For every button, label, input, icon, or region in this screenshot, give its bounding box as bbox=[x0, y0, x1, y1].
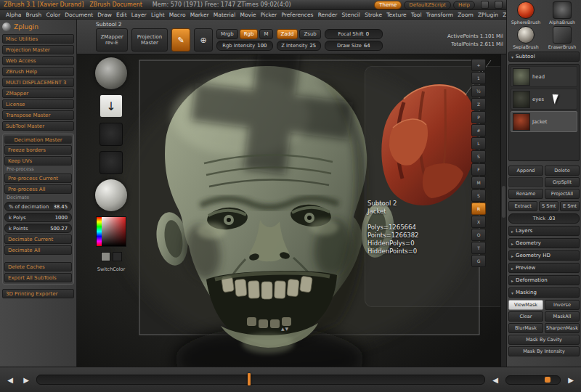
masking-button[interactable]: BlurMask bbox=[508, 323, 543, 333]
rgb-intensity-slider[interactable]: Rgb Intensity 100 bbox=[216, 41, 273, 51]
zplugin-item-button[interactable]: MULTI DISPLACEMENT 3 bbox=[2, 78, 74, 87]
subtool-list-item[interactable]: Jacket bbox=[511, 111, 577, 132]
sculpt-canvas[interactable]: ↓ SwitchColor +1½ZP#LSFMSRXOTG Subtool 2… bbox=[77, 54, 506, 367]
m-button[interactable]: M bbox=[259, 29, 272, 39]
zmapper-button[interactable]: ZMapper rev-E bbox=[96, 28, 128, 52]
subtool-action-button[interactable] bbox=[508, 177, 543, 187]
scroll-right-button[interactable]: ▶ bbox=[565, 374, 577, 385]
masking-button[interactable]: SharpenMask bbox=[545, 323, 580, 333]
menu-item[interactable]: Macro bbox=[167, 12, 188, 18]
saturation-value-box[interactable] bbox=[102, 217, 126, 246]
tool-section-header[interactable]: ▸ Deformation bbox=[508, 275, 580, 285]
zplugin-item-button[interactable]: License bbox=[2, 99, 74, 109]
draw-size-slider[interactable]: Draw Size 64 bbox=[325, 41, 383, 51]
masking-button[interactable]: Inverse bbox=[545, 300, 580, 310]
zplugin-item-button[interactable]: Misc Utilities bbox=[2, 34, 74, 44]
e-smt-button[interactable]: E Smt bbox=[560, 201, 580, 211]
canvas-control-icon[interactable]: R bbox=[471, 203, 486, 215]
menu-item[interactable]: Picker bbox=[259, 12, 280, 18]
menu-item[interactable]: Material bbox=[211, 12, 238, 18]
zoom-slider[interactable] bbox=[505, 375, 561, 385]
zplugin-item-button[interactable]: Projection Master bbox=[2, 45, 74, 54]
decimation-misc-button[interactable]: Delete Caches bbox=[4, 262, 72, 271]
zplugin-item-button[interactable]: ZMapper bbox=[2, 89, 74, 98]
subtool-action-button[interactable]: Append bbox=[508, 166, 543, 176]
zplugin-item-button[interactable]: SubTool Master bbox=[2, 121, 74, 131]
decimation-master-header[interactable]: Decimation Master bbox=[4, 136, 72, 144]
canvas-control-icon[interactable]: ½ bbox=[471, 85, 486, 97]
projection-master-button[interactable]: Projection Master bbox=[131, 28, 168, 52]
tool-section-header[interactable]: ▸ Layers bbox=[508, 226, 580, 236]
menu-item[interactable]: Color bbox=[44, 12, 62, 18]
masking-button[interactable]: MaskAll bbox=[545, 311, 580, 322]
brush-thumbnail-icon[interactable] bbox=[517, 1, 535, 19]
zplugin-item-button[interactable]: Web Access bbox=[2, 56, 74, 65]
texture-selector-thumbnail[interactable] bbox=[99, 151, 123, 174]
canvas-scrollbar-handle[interactable] bbox=[502, 186, 505, 218]
rgb-button[interactable]: Rgb bbox=[240, 29, 259, 39]
brush-cell[interactable]: SphereBrush bbox=[508, 1, 543, 25]
subtool-action-button[interactable]: ProjectAll bbox=[545, 189, 580, 199]
canvas-control-icon[interactable]: S bbox=[471, 150, 486, 163]
zadd-button[interactable]: Zadd bbox=[277, 29, 298, 39]
canvas-control-icon[interactable]: Z bbox=[471, 98, 486, 110]
menu-item[interactable]: Brush bbox=[24, 12, 44, 18]
brush-thumbnail-icon[interactable] bbox=[553, 26, 572, 44]
zoom-slider-handle[interactable] bbox=[545, 377, 550, 383]
switch-color-label[interactable]: SwitchColor bbox=[97, 266, 125, 272]
titlebar-button[interactable]: Theme bbox=[374, 1, 402, 9]
menu-item[interactable]: Marker bbox=[188, 12, 211, 18]
canvas-control-icon[interactable]: X bbox=[471, 216, 486, 228]
s-smt-button[interactable]: S Smt bbox=[539, 201, 558, 211]
minimize-icon[interactable] bbox=[481, 1, 489, 9]
tool-section-header[interactable]: ▸ Geometry HD bbox=[508, 250, 580, 261]
color-picker[interactable] bbox=[96, 216, 126, 247]
menu-item[interactable]: Document bbox=[62, 12, 95, 18]
menu-item[interactable]: Texture bbox=[384, 12, 409, 18]
menu-item[interactable]: Light bbox=[149, 12, 167, 18]
main-color-swatch[interactable] bbox=[101, 252, 110, 261]
canvas-control-icon[interactable]: S bbox=[471, 189, 486, 202]
masking-section-header[interactable]: ▾ Masking bbox=[508, 287, 580, 298]
focal-shift-slider[interactable]: Focal Shift 0 bbox=[325, 29, 383, 39]
extract-button[interactable]: Extract bbox=[508, 201, 537, 211]
masking-button[interactable]: ViewMask bbox=[508, 300, 543, 310]
canvas-control-icon[interactable]: + bbox=[471, 59, 486, 71]
masking-button[interactable]: Mask By Intensity bbox=[508, 346, 580, 356]
canvas-scrollbar[interactable] bbox=[500, 54, 506, 367]
zplugin-item-button[interactable]: ZBrush Help bbox=[2, 67, 74, 76]
decimation-toggle-button[interactable]: Freeze borders bbox=[4, 145, 72, 155]
z-intensity-slider[interactable]: Z Intensity 25 bbox=[277, 41, 321, 51]
play-forward-button[interactable]: ▶ bbox=[20, 374, 32, 385]
alt-color-swatch[interactable] bbox=[113, 252, 122, 261]
subtool-section-header[interactable]: ▾ Subtool bbox=[508, 52, 580, 62]
decimation-toggle-button[interactable]: Keep UVs bbox=[4, 156, 72, 166]
masking-button[interactable]: Mask By Cavity bbox=[508, 335, 580, 345]
menu-item[interactable]: Tool bbox=[409, 12, 424, 18]
canvas-control-icon[interactable]: G bbox=[471, 255, 486, 267]
menu-item[interactable]: Preferences bbox=[279, 12, 315, 18]
subtool-action-button[interactable]: Rename bbox=[508, 189, 543, 199]
titlebar-button[interactable]: DefaultZScript bbox=[404, 1, 451, 9]
zplugin-item-button[interactable]: Transpose Master bbox=[2, 110, 74, 120]
canvas-control-icon[interactable]: P bbox=[471, 111, 486, 123]
decimation-misc-button[interactable]: Export All SubTools bbox=[4, 273, 72, 282]
hue-bar[interactable] bbox=[97, 217, 102, 246]
menu-item[interactable]: ZPlugin bbox=[476, 12, 500, 18]
subtool-action-button[interactable]: Delete bbox=[545, 166, 580, 176]
decimate-button[interactable]: Decimate All bbox=[4, 245, 72, 255]
stroke-selector-icon[interactable]: ↓ bbox=[99, 94, 123, 118]
menu-item[interactable]: Alpha bbox=[4, 12, 24, 18]
thick-slider[interactable]: Thick .03 bbox=[508, 213, 580, 224]
decimate-button[interactable]: Decimate Current bbox=[4, 234, 72, 244]
canvas-control-icon[interactable]: 1 bbox=[471, 72, 486, 84]
decimation-slider[interactable]: k Points500.27 bbox=[4, 224, 72, 233]
play-back-button[interactable]: ◀ bbox=[4, 374, 16, 385]
menu-item[interactable]: Zoom bbox=[455, 12, 476, 18]
mrgb-button[interactable]: Mrgb bbox=[216, 29, 238, 39]
menu-item[interactable]: Render bbox=[316, 12, 340, 18]
subtool-list-item[interactable]: head bbox=[511, 66, 577, 87]
alpha-selector-thumbnail[interactable] bbox=[99, 123, 123, 146]
timeline-marker[interactable] bbox=[248, 373, 251, 385]
preprocess-button[interactable]: Pre-process Current bbox=[4, 173, 72, 183]
